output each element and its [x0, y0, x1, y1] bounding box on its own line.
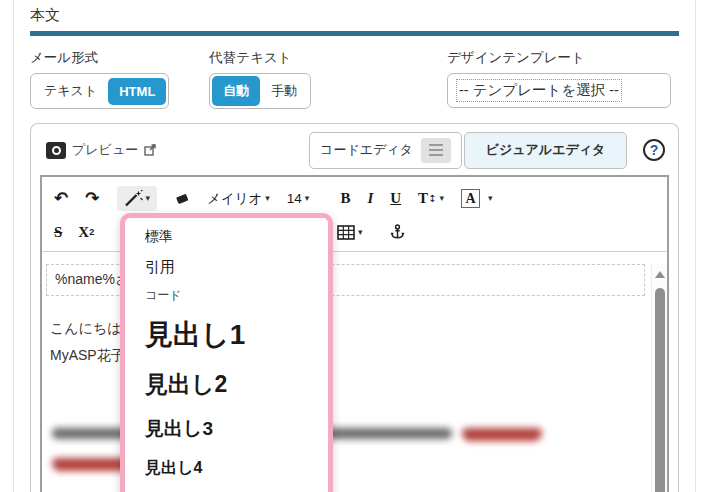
editor-tabs-row: プレビュー コードエディタ ビジュアルエディタ ? [40, 129, 669, 171]
section-divider [30, 31, 679, 36]
toolbar-row-1: ↶ ↷ ▾ メイリオ [54, 186, 655, 211]
eraser-icon [174, 192, 190, 206]
mail-format-text-button[interactable]: テキスト [33, 76, 108, 106]
help-button[interactable]: ? [643, 139, 665, 161]
table-icon [337, 225, 355, 240]
caret-down-icon: ▾ [440, 194, 445, 203]
format-option-code[interactable]: コード [125, 287, 328, 304]
preview-icon [46, 142, 66, 159]
format-option-quote[interactable]: 引用 [125, 258, 328, 277]
font-color-letter: A [461, 189, 480, 208]
paragraph-format-button[interactable]: ▾ [117, 186, 158, 211]
font-color-button[interactable]: A ▾ [461, 189, 493, 208]
mail-format-toggle: テキスト HTML [30, 73, 169, 109]
code-editor-menu-button[interactable] [421, 138, 451, 163]
format-option-heading1[interactable]: 見出し1 [125, 316, 328, 354]
line-height-letter: T [418, 191, 428, 206]
editor-scrollbar[interactable] [651, 264, 667, 492]
preview-label: プレビュー [72, 141, 138, 159]
help-icon: ? [650, 142, 659, 158]
scroll-up-arrow[interactable] [655, 271, 665, 278]
format-option-heading2[interactable]: 見出し2 [125, 369, 328, 400]
alt-text-toggle: 自動 手動 [209, 73, 311, 109]
caret-down-icon: ▾ [358, 228, 363, 237]
visual-editor-panel: ↶ ↷ ▾ メイリオ [40, 175, 669, 492]
italic-button[interactable]: I [367, 191, 373, 206]
external-link-icon [144, 144, 156, 156]
section-title: 本文 [30, 4, 679, 25]
strikethrough-button[interactable]: S [54, 225, 62, 240]
alt-text-label: 代替テキスト [209, 49, 311, 67]
anchor-icon [390, 224, 405, 240]
bold-button[interactable]: B [340, 191, 350, 206]
alt-text-group: 代替テキスト 自動 手動 [209, 49, 311, 109]
caret-down-icon: ▾ [488, 194, 493, 203]
alt-text-auto-button[interactable]: 自動 [212, 76, 260, 106]
format-option-normal[interactable]: 標準 [125, 228, 328, 246]
superscript-letter: X [78, 225, 89, 240]
page-frame: 本文 メール形式 テキスト HTML 代替テキスト 自動 手動 デザインテンプレ… [13, 0, 696, 492]
mail-format-html-button[interactable]: HTML [108, 78, 166, 105]
anchor-button[interactable] [390, 224, 405, 240]
underline-button[interactable]: U [390, 191, 401, 206]
paragraph-format-dropdown: 標準 引用 コード 見出し1 見出し2 見出し3 見出し4 見出し5 見出し6 [120, 213, 333, 492]
tab-visual-editor-label: ビジュアルエディタ [486, 141, 606, 159]
design-template-selected-value: -- テンプレートを選択 -- [457, 80, 621, 101]
magic-wand-icon [124, 190, 143, 207]
mail-format-label: メール形式 [30, 49, 169, 67]
clear-format-button[interactable] [174, 192, 190, 206]
table-button[interactable]: ▾ [337, 225, 363, 240]
design-template-select[interactable]: -- テンプレートを選択 -- [447, 73, 671, 108]
editor-widget: プレビュー コードエディタ ビジュアルエディタ ? ↶ [30, 123, 679, 492]
font-family-select[interactable]: メイリオ ▾ [207, 192, 270, 206]
tab-visual-editor[interactable]: ビジュアルエディタ [464, 132, 627, 169]
tab-code-editor-label: コードエディタ [320, 141, 413, 159]
design-template-group: デザインテンプレート -- テンプレートを選択 -- [447, 49, 671, 108]
superscript-button[interactable]: X 2 [78, 225, 94, 240]
updown-arrow-icon: ↕ [428, 194, 436, 204]
undo-button[interactable]: ↶ [54, 190, 68, 207]
superscript-exponent: 2 [89, 228, 94, 237]
tab-code-editor[interactable]: コードエディタ [309, 132, 462, 169]
font-size-value: 14 [287, 192, 302, 206]
scrollbar-thumb[interactable] [655, 288, 665, 492]
alt-text-manual-button[interactable]: 手動 [260, 76, 308, 106]
format-controls-row: メール形式 テキスト HTML 代替テキスト 自動 手動 デザインテンプレート … [30, 49, 679, 109]
font-size-select[interactable]: 14 ▾ [287, 192, 310, 206]
redo-button[interactable]: ↷ [85, 190, 99, 207]
format-option-heading3[interactable]: 見出し3 [125, 416, 328, 442]
caret-down-icon: ▾ [305, 194, 310, 203]
format-option-heading4[interactable]: 見出し4 [125, 458, 328, 479]
mail-format-group: メール形式 テキスト HTML [30, 49, 169, 109]
line-height-button[interactable]: T ↕ ▾ [418, 191, 444, 206]
design-template-label: デザインテンプレート [447, 49, 671, 67]
font-family-value: メイリオ [207, 192, 262, 206]
caret-down-icon: ▾ [265, 194, 270, 203]
preview-link[interactable]: プレビュー [46, 141, 156, 159]
caret-down-icon: ▾ [146, 194, 151, 203]
